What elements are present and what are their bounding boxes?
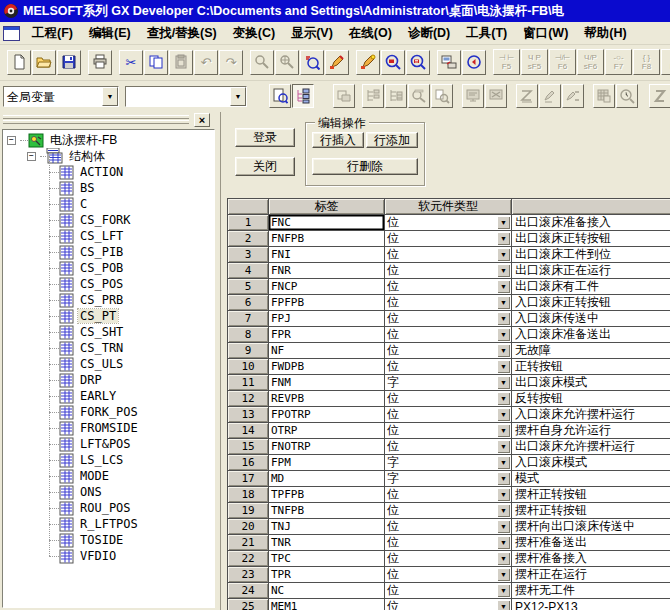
menu-item[interactable]: 窗口(W) [515, 23, 576, 44]
device-type-cell[interactable]: 位 ▼ [385, 279, 511, 294]
tree-item[interactable]: BS [3, 180, 214, 196]
label-cell[interactable]: NC [269, 583, 384, 598]
device-type-cell[interactable]: 位 ▼ [385, 359, 511, 374]
zoom-read-button[interactable] [381, 50, 405, 75]
ladder-symbol-button[interactable]: — F9 [661, 49, 670, 75]
device-type-cell[interactable]: 位 ▼ [385, 535, 511, 550]
row-number-cell[interactable]: 3 [228, 247, 268, 262]
device-type-cell[interactable]: 位 ▼ [385, 343, 511, 358]
tree-item[interactable]: CS_POB [3, 260, 214, 276]
row-number-cell[interactable]: 11 [228, 375, 268, 390]
label-cell[interactable]: FNM [269, 375, 384, 390]
skip-run-button[interactable] [539, 84, 561, 108]
zoom-write-button[interactable] [406, 50, 430, 75]
tree-group[interactable]: − 结构体 [3, 148, 214, 164]
comment-cell[interactable]: 摆杆自身允许运行 [512, 423, 670, 438]
tree-item[interactable]: CS_TRN [3, 340, 214, 356]
ladder-edit-button[interactable] [325, 50, 349, 75]
comment-cell[interactable]: 摆杆正转按钮 [512, 503, 670, 518]
collapse-icon[interactable]: − [7, 136, 16, 145]
comment-cell[interactable]: 入口滚床准备送出 [512, 327, 670, 342]
type-dropdown-button[interactable]: ▼ [497, 344, 510, 357]
ladder-symbol-button[interactable]: { } F8 [633, 49, 660, 75]
new-project-button[interactable] [7, 50, 31, 75]
tree-item[interactable]: ONS [3, 484, 214, 500]
global-var-view-button[interactable] [385, 84, 407, 108]
type-dropdown-button[interactable]: ▼ [497, 216, 510, 229]
device-type-cell[interactable]: 字 ▼ [385, 471, 511, 486]
tree-item[interactable]: CS_PT [3, 308, 214, 324]
menu-item[interactable]: 显示(V) [283, 23, 341, 44]
find-button[interactable] [250, 50, 274, 75]
comment-cell[interactable]: 反转按钮 [512, 391, 670, 406]
comment-cell[interactable]: 正转按钮 [512, 359, 670, 374]
device-type-cell[interactable]: 位 ▼ [385, 247, 511, 262]
type-dropdown-button[interactable]: ▼ [497, 520, 510, 533]
comment-cell[interactable]: 出口滚床允许摆杆运行 [512, 439, 670, 454]
device-type-cell[interactable]: 字 ▼ [385, 455, 511, 470]
row-number-cell[interactable]: 19 [228, 503, 268, 518]
label-cell[interactable]: FNI [269, 247, 384, 262]
entry-monitor-button[interactable] [616, 84, 638, 108]
menu-item[interactable]: 查找/替换(S) [139, 23, 225, 44]
row-number-cell[interactable]: 1 [228, 215, 268, 230]
type-dropdown-button[interactable]: ▼ [497, 408, 510, 421]
type-dropdown-button[interactable]: ▼ [497, 360, 510, 373]
tree-item[interactable]: CS_FORK [3, 212, 214, 228]
menu-item[interactable]: 工程(F) [24, 23, 81, 44]
comment-cell[interactable]: 出口滚床模式 [512, 375, 670, 390]
comment-cell[interactable]: 无故障 [512, 343, 670, 358]
comment-cell[interactable]: 入口滚床模式 [512, 455, 670, 470]
ladder-symbol-button[interactable]: Ч Р sF5 [521, 49, 548, 75]
label-cell[interactable]: FNOTRP [269, 439, 384, 454]
find-device-button[interactable] [275, 50, 299, 75]
ladder-symbol-button[interactable]: Ч/Р sF6 [577, 49, 604, 75]
print-button[interactable] [88, 50, 112, 75]
label-cell[interactable]: OTRP [269, 423, 384, 438]
write-mode-button[interactable] [356, 50, 380, 75]
row-number-cell[interactable]: 9 [228, 343, 268, 358]
comment-cell[interactable]: 出口滚床有工件 [512, 279, 670, 294]
device-type-cell[interactable]: 位 ▼ [385, 263, 511, 278]
comment-cell[interactable]: 摆杆正在运行 [512, 567, 670, 582]
row-number-cell[interactable]: 16 [228, 455, 268, 470]
monitor-button[interactable] [462, 50, 486, 75]
toolbar-grip[interactable] [3, 120, 189, 124]
tree-item[interactable]: EARLY [3, 388, 214, 404]
type-dropdown-button[interactable]: ▼ [497, 296, 510, 309]
label-cell[interactable]: FNCP [269, 279, 384, 294]
structure-view-toggle[interactable] [292, 84, 314, 108]
partial-run-button[interactable] [562, 84, 584, 108]
device-type-cell[interactable]: 位 ▼ [385, 551, 511, 566]
type-dropdown-button[interactable]: ▼ [497, 504, 510, 517]
tree-item[interactable]: LS_LCS [3, 452, 214, 468]
label-cell[interactable]: MD [269, 471, 384, 486]
label-cell[interactable]: MEM1 [269, 599, 384, 610]
type-dropdown-button[interactable]: ▼ [497, 536, 510, 549]
row-number-cell[interactable]: 2 [228, 231, 268, 246]
menu-item[interactable]: 编辑(E) [81, 23, 139, 44]
row-number-cell[interactable]: 21 [228, 535, 268, 550]
label-cell[interactable]: TPR [269, 567, 384, 582]
label-cell[interactable]: FPFPB [269, 295, 384, 310]
tree-root[interactable]: − 电泳摆杆-FB [3, 132, 214, 148]
type-dropdown-button[interactable]: ▼ [497, 584, 510, 597]
comment-cell[interactable]: 出口滚床工件到位 [512, 247, 670, 262]
row-number-cell[interactable]: 20 [228, 519, 268, 534]
tree-item[interactable]: C [3, 196, 214, 212]
label-cell[interactable]: TNJ [269, 519, 384, 534]
cut-button[interactable]: ✂ [119, 50, 143, 75]
label-cell[interactable]: TPFPB [269, 487, 384, 502]
tree-item[interactable]: CS_POS [3, 276, 214, 292]
filter-combo[interactable]: ▼ [125, 86, 247, 107]
device-type-cell[interactable]: 位 ▼ [385, 407, 511, 422]
label-cell[interactable]: TNR [269, 535, 384, 550]
type-dropdown-button[interactable]: ▼ [497, 264, 510, 277]
type-dropdown-button[interactable]: ▼ [497, 488, 510, 501]
label-cell[interactable]: FPJ [269, 311, 384, 326]
row-number-cell[interactable]: 10 [228, 359, 268, 374]
row-delete-button[interactable]: 行删除 [312, 158, 418, 175]
row-number-cell[interactable]: 15 [228, 439, 268, 454]
find-replace-button[interactable] [300, 50, 324, 75]
label-cell[interactable]: NF [269, 343, 384, 358]
